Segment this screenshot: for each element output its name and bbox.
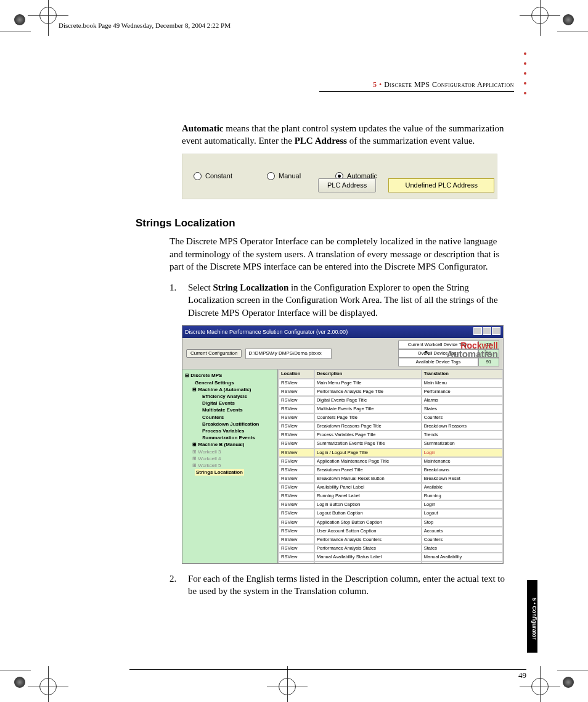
table-cell[interactable]: Breakdowns: [422, 466, 503, 474]
tree-strings-localization[interactable]: Strings Localization: [184, 469, 276, 476]
table-cell[interactable]: Performance Analysis States: [314, 544, 422, 553]
close-icon[interactable]: [492, 327, 500, 335]
tree-machine-b[interactable]: ⊞ Machine B (Manual): [184, 441, 276, 448]
table-row[interactable]: RSViewLogout Button CaptionLogout: [279, 509, 503, 518]
table-cell[interactable]: Automatic Availability Status Label: [314, 561, 422, 563]
table-row[interactable]: RSViewAvailability Panel LabelAvailable: [279, 483, 503, 492]
table-cell[interactable]: RSView: [279, 500, 314, 509]
table-row[interactable]: RSViewUser Account Button CaptionAccount…: [279, 527, 503, 535]
table-cell[interactable]: RSView: [279, 474, 314, 483]
table-cell[interactable]: RSView: [279, 483, 314, 492]
table-row[interactable]: RSViewPerformance Analysis CountersCount…: [279, 535, 503, 544]
table-cell[interactable]: Main Menu Page Title: [314, 379, 422, 387]
table-row[interactable]: RSViewRunning Panel LabelRunning: [279, 492, 503, 500]
tree-leaf[interactable]: Multistate Events: [184, 407, 276, 413]
table-row[interactable]: RSViewApplication Stop Button CaptionSto…: [279, 518, 503, 527]
table-cell[interactable]: Login Button Caption: [314, 500, 422, 509]
table-cell[interactable]: RSView: [279, 553, 314, 561]
table-cell[interactable]: Summarization: [422, 439, 503, 448]
tree-leaf[interactable]: Breakdown Justification: [184, 421, 276, 427]
column-header[interactable]: Translation: [422, 370, 503, 378]
table-row[interactable]: RSViewSummarization Events Page TitleSum…: [279, 439, 503, 448]
table-cell[interactable]: Available: [422, 483, 503, 492]
table-cell[interactable]: Stop: [422, 518, 503, 527]
table-row[interactable]: RSViewDigital Events Page TitleAlarms: [279, 396, 503, 405]
config-tree[interactable]: ⊟ Discrete MPS General Settings ⊟ Machin…: [182, 370, 278, 563]
table-cell[interactable]: States: [422, 544, 503, 553]
current-config-button[interactable]: Current Configuration: [186, 349, 242, 358]
table-cell[interactable]: Automatic Availability: [422, 561, 503, 563]
maximize-icon[interactable]: [483, 327, 491, 335]
table-row[interactable]: RSViewManual Availability Status LabelMa…: [279, 553, 503, 561]
table-cell[interactable]: States: [422, 405, 503, 413]
table-cell[interactable]: Main Menu: [422, 379, 503, 387]
table-cell[interactable]: RSView: [279, 405, 314, 413]
table-cell[interactable]: RSView: [279, 466, 314, 474]
table-cell[interactable]: Trends: [422, 431, 503, 439]
table-cell[interactable]: RSView: [279, 509, 314, 518]
tree-leaf[interactable]: Process Variables: [184, 427, 276, 434]
column-header[interactable]: Description: [314, 370, 422, 378]
table-cell[interactable]: RSView: [279, 439, 314, 448]
table-cell[interactable]: RSView: [279, 457, 314, 466]
table-cell[interactable]: Multistate Events Page Title: [314, 405, 422, 413]
table-cell[interactable]: Breakdown Reasons: [422, 422, 503, 431]
table-cell[interactable]: Logout Button Caption: [314, 509, 422, 518]
table-row[interactable]: RSViewAutomatic Availability Status Labe…: [279, 561, 503, 563]
table-cell[interactable]: Digital Events Page Title: [314, 396, 422, 405]
table-cell[interactable]: Breakdown Panel Title: [314, 466, 422, 474]
table-cell[interactable]: RSView: [279, 561, 314, 563]
table-cell[interactable]: RSView: [279, 431, 314, 439]
table-cell[interactable]: Breakdown Reset: [422, 474, 503, 483]
table-cell[interactable]: Counters: [422, 535, 503, 544]
config-path-field[interactable]: D:\DMPS\My DMPS\Demo.pbxxx: [245, 349, 332, 359]
minimize-icon[interactable]: [473, 327, 482, 335]
tree-leaf[interactable]: Summarization Events: [184, 434, 276, 441]
table-row[interactable]: RSViewLogin / Logout Page TitleLogin: [279, 448, 503, 457]
table-row[interactable]: RSViewMain Menu Page TitleMain Menu: [279, 379, 503, 387]
tree-workcell-4[interactable]: ⊞ Workcell 4: [184, 455, 276, 462]
table-row[interactable]: RSViewApplication Maintenance Page Title…: [279, 457, 503, 466]
tree-leaf[interactable]: Efficiency Analysis: [184, 393, 276, 400]
tree-machine-a[interactable]: ⊟ Machine A (Automatic): [184, 386, 276, 393]
table-cell[interactable]: Maintenance: [422, 457, 503, 466]
table-cell[interactable]: RSView: [279, 492, 314, 500]
table-cell[interactable]: Manual Availability: [422, 553, 503, 561]
tree-leaf[interactable]: Counters: [184, 414, 276, 421]
table-cell[interactable]: Summarization Events Page Title: [314, 439, 422, 448]
table-cell[interactable]: Breakdown Reasons Page Title: [314, 422, 422, 431]
table-cell[interactable]: RSView: [279, 527, 314, 535]
tree-workcell-3[interactable]: ⊞ Workcell 3: [184, 448, 276, 455]
table-cell[interactable]: RSView: [279, 387, 314, 396]
table-cell[interactable]: Manual Availability Status Label: [314, 553, 422, 561]
table-cell[interactable]: Application Maintenance Page Title: [314, 457, 422, 466]
table-cell[interactable]: Counters: [422, 413, 503, 422]
column-header[interactable]: Location: [279, 370, 314, 378]
tree-leaf[interactable]: Digital Events: [184, 400, 276, 407]
table-cell[interactable]: Performance Analysis Counters: [314, 535, 422, 544]
table-cell[interactable]: Accounts: [422, 527, 503, 535]
table-cell[interactable]: Availability Panel Label: [314, 483, 422, 492]
table-cell[interactable]: Running: [422, 492, 503, 500]
radio-constant[interactable]: Constant: [194, 171, 232, 181]
tree-general[interactable]: General Settings: [184, 379, 276, 386]
table-row[interactable]: RSViewBreakdown Manual Reset ButtonBreak…: [279, 474, 503, 483]
table-row[interactable]: RSViewMultistate Events Page TitleStates: [279, 405, 503, 413]
radio-icon[interactable]: [267, 172, 275, 180]
table-cell[interactable]: RSView: [279, 535, 314, 544]
table-row[interactable]: RSViewBreakdown Reasons Page TitleBreakd…: [279, 422, 503, 431]
table-cell[interactable]: Performance: [422, 387, 503, 396]
table-row[interactable]: RSViewCounters Page TitleCounters: [279, 413, 503, 422]
table-row[interactable]: RSViewBreakdown Panel TitleBreakdowns: [279, 466, 503, 474]
table-row[interactable]: RSViewPerformance Analysis Page TitlePer…: [279, 387, 503, 396]
table-cell[interactable]: Logout: [422, 509, 503, 518]
plc-address-field[interactable]: Undefined PLC Address: [388, 178, 494, 192]
tree-workcell-5[interactable]: ⊞ Workcell 5: [184, 462, 276, 469]
table-cell[interactable]: RSView: [279, 396, 314, 405]
table-cell[interactable]: RSView: [279, 544, 314, 553]
table-cell[interactable]: Performance Analysis Page Title: [314, 387, 422, 396]
table-cell[interactable]: Running Panel Label: [314, 492, 422, 500]
table-cell[interactable]: Application Stop Button Caption: [314, 518, 422, 527]
table-row[interactable]: RSViewPerformance Analysis StatesStates: [279, 544, 503, 553]
table-cell[interactable]: User Account Button Caption: [314, 527, 422, 535]
